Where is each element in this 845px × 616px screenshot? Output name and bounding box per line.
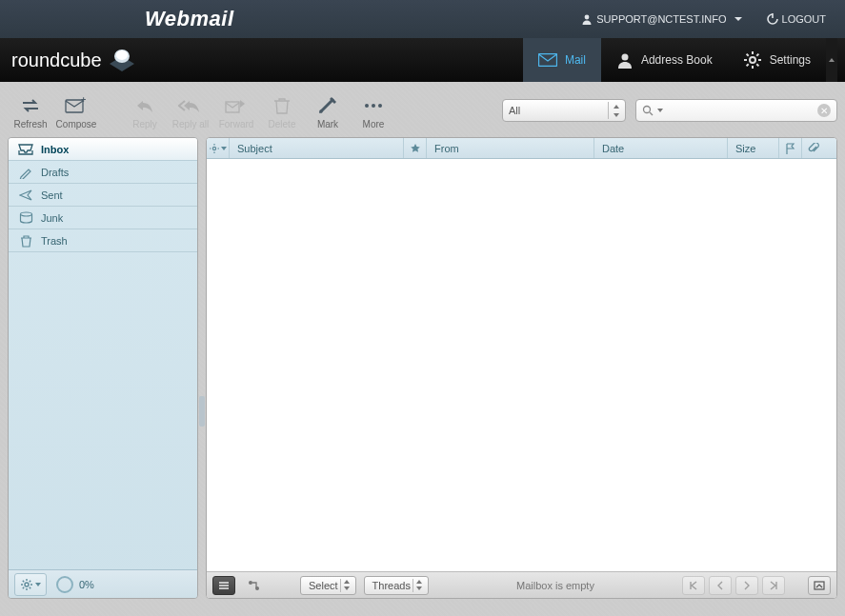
svg-point-19 xyxy=(372,104,375,108)
svg-point-23 xyxy=(20,212,31,216)
folder-drafts[interactable]: Drafts xyxy=(9,161,197,184)
sent-icon xyxy=(19,189,33,201)
logout-label: LOGOUT xyxy=(782,13,826,25)
svg-point-24 xyxy=(25,583,29,586)
svg-line-11 xyxy=(746,54,748,56)
folder-label: Drafts xyxy=(41,167,69,178)
user-icon xyxy=(581,13,593,25)
folder-label: Junk xyxy=(41,212,63,224)
search-input[interactable] xyxy=(667,105,814,116)
expand-icon xyxy=(814,581,825,590)
column-attachment[interactable] xyxy=(802,138,825,158)
column-subject[interactable]: Subject xyxy=(230,138,404,158)
folder-junk[interactable]: Junk xyxy=(9,207,197,229)
gear-small-icon xyxy=(20,578,33,591)
quota-text: 0% xyxy=(79,579,94,590)
message-list-footer: Select Threads Mailbox is empty xyxy=(207,571,836,598)
folder-label: Sent xyxy=(41,189,63,201)
svg-point-21 xyxy=(644,107,651,113)
prev-page-button[interactable] xyxy=(709,576,732,595)
search-options-caret[interactable] xyxy=(657,109,663,112)
column-star[interactable] xyxy=(404,138,427,158)
quota-display: 0% xyxy=(56,576,94,593)
svg-point-18 xyxy=(365,104,369,108)
caret-down-icon xyxy=(734,17,742,21)
svg-line-22 xyxy=(650,112,653,115)
tab-mail[interactable]: Mail xyxy=(523,38,601,82)
svg-line-31 xyxy=(23,586,24,587)
column-options[interactable] xyxy=(207,138,230,158)
pencil-icon xyxy=(19,166,32,179)
logout-link[interactable]: LOGOUT xyxy=(759,13,834,25)
tab-addressbook-label: Address Book xyxy=(641,53,713,67)
appbar: roundcube Mail Address Book Settings xyxy=(0,38,845,82)
main-area: Refresh + Compose Reply Reply all Forwar… xyxy=(0,82,845,616)
logout-icon xyxy=(767,13,778,25)
filter-select[interactable]: All xyxy=(502,99,626,122)
person-icon xyxy=(616,51,634,69)
folder-trash[interactable]: Trash xyxy=(9,229,197,252)
folder-label: Trash xyxy=(41,235,68,247)
column-size[interactable]: Size xyxy=(728,138,779,158)
folder-pane: Inbox Drafts Sent Junk Trash 0% xyxy=(8,137,198,599)
svg-point-6 xyxy=(750,57,755,63)
filter-selected-label: All xyxy=(509,105,520,116)
pane-splitter[interactable] xyxy=(199,396,205,427)
list-view-button[interactable] xyxy=(212,576,235,595)
flag-icon xyxy=(785,143,795,154)
search-box[interactable]: ✕ xyxy=(635,99,837,122)
column-flag[interactable] xyxy=(779,138,802,158)
webmail-logo: Webmail xyxy=(145,7,234,31)
preview-toggle-button[interactable] xyxy=(808,576,831,595)
thread-icon xyxy=(248,580,261,591)
svg-point-0 xyxy=(585,15,590,20)
folder-sent[interactable]: Sent xyxy=(9,184,197,207)
refresh-button[interactable]: Refresh xyxy=(8,89,53,131)
trash-folder-icon xyxy=(20,234,32,248)
thread-view-button[interactable] xyxy=(243,576,266,595)
tab-addressbook[interactable]: Address Book xyxy=(601,38,728,82)
gear-tiny-icon xyxy=(209,143,220,154)
reply-icon xyxy=(134,97,155,114)
next-page-button[interactable] xyxy=(735,576,758,595)
refresh-icon xyxy=(20,97,41,114)
quota-circle-icon xyxy=(56,576,73,593)
replyall-icon xyxy=(178,97,203,114)
settings-more[interactable] xyxy=(826,38,837,82)
svg-text:+: + xyxy=(81,97,86,105)
clear-search-icon[interactable]: ✕ xyxy=(817,104,831,117)
page-nav xyxy=(682,576,785,595)
forward-icon xyxy=(225,97,248,114)
column-date[interactable]: Date xyxy=(594,138,728,158)
junk-icon xyxy=(19,211,33,224)
svg-line-30 xyxy=(30,586,30,587)
first-page-button[interactable] xyxy=(682,576,705,595)
svg-line-13 xyxy=(746,64,748,66)
tab-mail-label: Mail xyxy=(565,53,586,67)
star-icon xyxy=(410,143,421,154)
tab-settings[interactable]: Settings xyxy=(728,38,826,82)
search-icon xyxy=(642,105,654,116)
column-from[interactable]: From xyxy=(427,138,594,158)
replyall-button: Reply all xyxy=(168,89,213,131)
tab-settings-label: Settings xyxy=(770,53,811,67)
svg-point-20 xyxy=(378,104,382,108)
threads-menu[interactable]: Threads xyxy=(364,576,429,595)
more-icon xyxy=(364,102,383,109)
roundcube-cube-icon xyxy=(106,47,138,73)
select-menu[interactable]: Select xyxy=(300,576,356,595)
mark-button[interactable]: Mark xyxy=(305,89,351,131)
svg-line-12 xyxy=(756,64,758,66)
folder-inbox[interactable]: Inbox xyxy=(9,138,197,161)
user-menu[interactable]: SUPPORT@NCTEST.INFO xyxy=(573,13,749,25)
message-list-pane: Subject From Date Size Select Threads Ma… xyxy=(206,137,837,599)
svg-point-3 xyxy=(116,50,128,60)
user-label: SUPPORT@NCTEST.INFO xyxy=(596,13,726,25)
more-button[interactable]: More xyxy=(351,89,396,131)
svg-point-33 xyxy=(212,147,215,149)
last-page-button[interactable] xyxy=(762,576,785,595)
gear-icon xyxy=(743,50,762,70)
delete-button: Delete xyxy=(259,89,305,131)
compose-button[interactable]: + Compose xyxy=(53,89,99,131)
folder-options-button[interactable] xyxy=(14,573,47,596)
